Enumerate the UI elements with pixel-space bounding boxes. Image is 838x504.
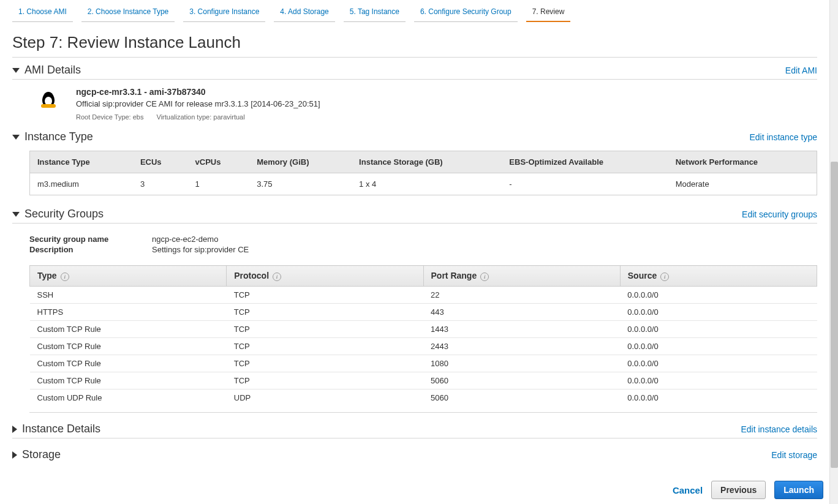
col-vcpus: vCPUs (188, 151, 250, 173)
chevron-right-icon[interactable] (12, 451, 17, 459)
section-security-groups: Security Groups Edit security groups Sec… (12, 206, 817, 413)
cell-type: HTTPS (30, 304, 227, 321)
instance-type-table: Instance Type ECUs vCPUs Memory (GiB) In… (29, 151, 817, 195)
edit-instance-type-link[interactable]: Edit instance type (749, 132, 817, 142)
chevron-down-icon[interactable] (12, 135, 20, 140)
cell-protocol: TCP (227, 321, 423, 338)
vertical-scrollbar[interactable] (829, 0, 838, 504)
tab-choose-ami[interactable]: 1. Choose AMI (12, 4, 73, 22)
tab-configure-security-group[interactable]: 6. Configure Security Group (414, 4, 518, 22)
section-header-security-groups: Security Groups Edit security groups (12, 206, 817, 222)
sg-bottom-divider (29, 412, 817, 413)
cell-protocol: TCP (227, 372, 423, 389)
section-left: AMI Details (12, 64, 81, 77)
section-title-instance-details: Instance Details (22, 423, 100, 435)
section-divider (12, 223, 817, 224)
col-port-range: Port Rangei (423, 266, 620, 287)
edit-storage-link[interactable]: Edit storage (771, 450, 817, 460)
wizard-tabs: 1. Choose AMI 2. Choose Instance Type 3.… (12, 4, 817, 22)
cell-source: 0.0.0.0/0 (620, 304, 817, 321)
cell-port: 1080 (423, 355, 620, 372)
cell-source: 0.0.0.0/0 (620, 372, 817, 389)
info-icon[interactable]: i (660, 273, 669, 281)
cell-protocol: TCP (227, 355, 423, 372)
section-left: Instance Type (12, 130, 93, 143)
table-row: m3.medium 3 1 3.75 1 x 4 - Moderate (30, 173, 817, 195)
section-header-instance-type: Instance Type Edit instance type (12, 129, 817, 145)
cell-ecus: 3 (133, 173, 188, 195)
col-instance-type: Instance Type (30, 151, 133, 173)
cell-source: 0.0.0.0/0 (620, 321, 817, 338)
section-left: Storage (12, 448, 61, 461)
section-divider (12, 438, 817, 438)
tab-choose-instance-type[interactable]: 2. Choose Instance Type (81, 4, 175, 22)
chevron-right-icon[interactable] (12, 426, 17, 433)
scrollbar-thumb[interactable] (831, 162, 838, 468)
previous-button[interactable]: Previous (711, 481, 766, 499)
edit-security-groups-link[interactable]: Edit security groups (742, 209, 817, 219)
section-left: Security Groups (12, 208, 104, 220)
table-row: SSHTCP220.0.0.0/0 (30, 287, 817, 304)
cell-protocol: TCP (227, 287, 423, 304)
cell-port: 22 (423, 287, 620, 304)
sg-name-label: Security group name (29, 235, 152, 244)
col-type: Typei (30, 266, 227, 287)
cell-instance-type: m3.medium (30, 173, 133, 195)
cell-ebs-optimized: - (502, 173, 668, 195)
tab-tag-instance[interactable]: 5. Tag Instance (344, 4, 406, 22)
info-icon[interactable]: i (61, 273, 69, 281)
cell-vcpus: 1 (188, 173, 250, 195)
security-rules-table: Typei Protocoli Port Rangei Sourcei SSHT… (29, 265, 817, 406)
page-root: 1. Choose AMI 2. Choose Instance Type 3.… (0, 0, 838, 504)
chevron-down-icon[interactable] (12, 68, 20, 73)
cell-source: 0.0.0.0/0 (620, 338, 817, 355)
info-icon[interactable]: i (480, 273, 489, 281)
page-title: Step 7: Review Instance Launch (12, 33, 817, 52)
cell-port: 2443 (423, 338, 620, 355)
table-header-row: Instance Type ECUs vCPUs Memory (GiB) In… (30, 151, 817, 173)
chevron-down-icon[interactable] (12, 212, 20, 217)
launch-button[interactable]: Launch (774, 481, 823, 499)
ami-virtualization-type: Virtualization type: paravirtual (157, 113, 245, 121)
cell-type: Custom TCP Rule (30, 355, 227, 372)
section-instance-type: Instance Type Edit instance type Instanc… (12, 129, 817, 195)
cell-port: 5060 (423, 389, 620, 407)
info-icon[interactable]: i (273, 273, 281, 281)
section-header-ami: AMI Details Edit AMI (12, 62, 817, 78)
ami-name: ngcp-ce-mr3.3.1 - ami-37b87340 (76, 87, 320, 97)
linux-tux-icon (38, 87, 59, 111)
section-title-ami: AMI Details (25, 64, 81, 77)
table-row: Custom UDP RuleUDP50600.0.0.0/0 (30, 389, 817, 407)
ami-description: Official sip:provider CE AMI for release… (76, 99, 320, 108)
col-instance-storage: Instance Storage (GB) (352, 151, 502, 173)
table-header-row: Typei Protocoli Port Rangei Sourcei (30, 266, 817, 287)
cell-memory: 3.75 (249, 173, 352, 195)
ami-block: ngcp-ce-mr3.3.1 - ami-37b87340 Official … (12, 80, 817, 124)
col-source: Sourcei (620, 266, 817, 287)
section-title-security-groups: Security Groups (25, 208, 104, 220)
table-row: Custom TCP RuleTCP50600.0.0.0/0 (30, 372, 817, 389)
table-row: Custom TCP RuleTCP24430.0.0.0/0 (30, 338, 817, 355)
table-row: Custom TCP RuleTCP14430.0.0.0/0 (30, 321, 817, 338)
cancel-link[interactable]: Cancel (673, 485, 703, 495)
cell-network-performance: Moderate (668, 173, 817, 195)
cell-type: Custom TCP Rule (30, 321, 227, 338)
col-network-performance: Network Performance (668, 151, 817, 173)
col-ecus: ECUs (133, 151, 188, 173)
cell-type: Custom TCP Rule (30, 372, 227, 389)
cell-source: 0.0.0.0/0 (620, 389, 817, 407)
tab-configure-instance[interactable]: 3. Configure Instance (183, 4, 265, 22)
cell-source: 0.0.0.0/0 (620, 355, 817, 372)
cell-port: 443 (423, 304, 620, 321)
tab-add-storage[interactable]: 4. Add Storage (274, 4, 334, 22)
table-row: Custom TCP RuleTCP10800.0.0.0/0 (30, 355, 817, 372)
section-left: Instance Details (12, 423, 100, 435)
section-title-storage: Storage (22, 448, 61, 461)
col-ebs-optimized: EBS-Optimized Available (502, 151, 668, 173)
ami-root-device-type: Root Device Type: ebs (76, 113, 143, 121)
edit-instance-details-link[interactable]: Edit instance details (741, 424, 817, 434)
col-protocol: Protocoli (227, 266, 423, 287)
tab-review[interactable]: 7. Review (526, 4, 571, 22)
footer-actions: Cancel Previous Launch (673, 481, 823, 499)
edit-ami-link[interactable]: Edit AMI (785, 66, 817, 75)
